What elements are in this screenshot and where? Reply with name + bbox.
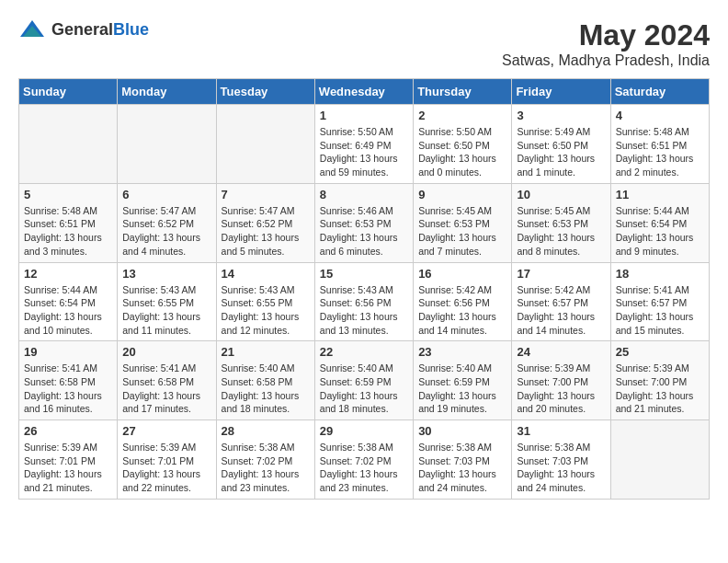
calendar-table: SundayMondayTuesdayWednesdayThursdayFrid… [18, 78, 710, 500]
day-number: 17 [517, 267, 605, 281]
calendar-cell [19, 105, 118, 184]
day-info: Sunrise: 5:42 AMSunset: 6:56 PMDaylight:… [418, 283, 506, 338]
location: Satwas, Madhya Pradesh, India [502, 52, 710, 69]
day-number: 31 [517, 424, 605, 438]
calendar-header-row: SundayMondayTuesdayWednesdayThursdayFrid… [19, 79, 710, 105]
logo-icon [18, 18, 46, 40]
day-info: Sunrise: 5:38 AMSunset: 7:03 PMDaylight:… [517, 441, 605, 495]
week-row-2: 5Sunrise: 5:48 AMSunset: 6:51 PMDaylight… [19, 183, 710, 262]
calendar-cell: 29Sunrise: 5:38 AMSunset: 7:02 PMDayligh… [314, 420, 413, 500]
day-info: Sunrise: 5:43 AMSunset: 6:55 PMDaylight:… [222, 283, 310, 338]
day-info: Sunrise: 5:38 AMSunset: 7:02 PMDaylight:… [222, 441, 310, 495]
day-number: 23 [418, 345, 506, 359]
day-number: 14 [222, 267, 310, 281]
day-info: Sunrise: 5:47 AMSunset: 6:52 PMDaylight:… [122, 204, 210, 259]
day-number: 6 [122, 188, 210, 201]
calendar-cell: 31Sunrise: 5:38 AMSunset: 7:03 PMDayligh… [512, 420, 610, 500]
column-header-saturday: Saturday [610, 79, 709, 105]
day-info: Sunrise: 5:44 AMSunset: 6:54 PMDaylight:… [616, 204, 704, 259]
day-number: 19 [24, 345, 112, 359]
day-number: 16 [418, 267, 506, 281]
day-number: 29 [320, 424, 408, 438]
calendar-cell: 22Sunrise: 5:40 AMSunset: 6:59 PMDayligh… [314, 341, 413, 420]
day-number: 25 [616, 345, 704, 359]
logo: GeneralBlue [18, 18, 149, 40]
column-header-wednesday: Wednesday [314, 79, 413, 105]
calendar-cell: 8Sunrise: 5:46 AMSunset: 6:53 PMDaylight… [314, 183, 413, 262]
day-info: Sunrise: 5:39 AMSunset: 7:00 PMDaylight:… [616, 362, 704, 416]
day-number: 8 [320, 188, 408, 201]
calendar-cell: 10Sunrise: 5:45 AMSunset: 6:53 PMDayligh… [512, 183, 610, 262]
day-info: Sunrise: 5:50 AMSunset: 6:49 PMDaylight:… [320, 125, 408, 179]
column-header-monday: Monday [118, 79, 216, 105]
day-number: 28 [222, 424, 310, 438]
calendar-cell: 4Sunrise: 5:48 AMSunset: 6:51 PMDaylight… [610, 105, 709, 184]
calendar-cell: 15Sunrise: 5:43 AMSunset: 6:56 PMDayligh… [314, 262, 413, 341]
day-info: Sunrise: 5:38 AMSunset: 7:02 PMDaylight:… [320, 441, 408, 495]
day-info: Sunrise: 5:48 AMSunset: 6:51 PMDaylight:… [24, 204, 112, 259]
logo-text: GeneralBlue [51, 20, 149, 40]
calendar-cell: 20Sunrise: 5:41 AMSunset: 6:58 PMDayligh… [118, 341, 216, 420]
calendar-cell: 13Sunrise: 5:43 AMSunset: 6:55 PMDayligh… [118, 262, 216, 341]
calendar-cell: 11Sunrise: 5:44 AMSunset: 6:54 PMDayligh… [610, 183, 709, 262]
day-number: 20 [122, 345, 210, 359]
week-row-1: 1Sunrise: 5:50 AMSunset: 6:49 PMDaylight… [19, 105, 710, 184]
day-number: 15 [320, 267, 408, 281]
logo-general: General [51, 20, 113, 39]
calendar-cell: 27Sunrise: 5:39 AMSunset: 7:01 PMDayligh… [118, 420, 216, 500]
calendar-cell: 1Sunrise: 5:50 AMSunset: 6:49 PMDaylight… [314, 105, 413, 184]
month-year: May 2024 [502, 18, 710, 52]
day-info: Sunrise: 5:43 AMSunset: 6:56 PMDaylight:… [320, 283, 408, 338]
day-info: Sunrise: 5:42 AMSunset: 6:57 PMDaylight:… [517, 283, 605, 338]
day-number: 30 [418, 424, 506, 438]
title-block: May 2024 Satwas, Madhya Pradesh, India [502, 18, 710, 69]
day-info: Sunrise: 5:44 AMSunset: 6:54 PMDaylight:… [24, 283, 112, 338]
calendar-cell: 30Sunrise: 5:38 AMSunset: 7:03 PMDayligh… [414, 420, 512, 500]
day-info: Sunrise: 5:47 AMSunset: 6:52 PMDaylight:… [222, 204, 310, 259]
calendar-cell: 23Sunrise: 5:40 AMSunset: 6:59 PMDayligh… [414, 341, 512, 420]
day-number: 11 [616, 188, 704, 201]
week-row-5: 26Sunrise: 5:39 AMSunset: 7:01 PMDayligh… [19, 420, 710, 500]
day-info: Sunrise: 5:45 AMSunset: 6:53 PMDaylight:… [418, 204, 506, 259]
day-number: 5 [24, 188, 112, 201]
day-info: Sunrise: 5:40 AMSunset: 6:59 PMDaylight:… [320, 362, 408, 416]
column-header-sunday: Sunday [19, 79, 118, 105]
calendar-cell: 21Sunrise: 5:40 AMSunset: 6:58 PMDayligh… [216, 341, 314, 420]
column-header-friday: Friday [512, 79, 610, 105]
day-number: 26 [24, 424, 112, 438]
day-info: Sunrise: 5:39 AMSunset: 7:01 PMDaylight:… [24, 441, 112, 495]
day-number: 4 [616, 109, 704, 122]
calendar-cell: 3Sunrise: 5:49 AMSunset: 6:50 PMDaylight… [512, 105, 610, 184]
calendar-cell: 16Sunrise: 5:42 AMSunset: 6:56 PMDayligh… [414, 262, 512, 341]
calendar-cell: 7Sunrise: 5:47 AMSunset: 6:52 PMDaylight… [216, 183, 314, 262]
day-number: 3 [517, 109, 605, 122]
day-info: Sunrise: 5:48 AMSunset: 6:51 PMDaylight:… [616, 125, 704, 179]
day-number: 18 [616, 267, 704, 281]
column-header-thursday: Thursday [414, 79, 512, 105]
calendar-cell [216, 105, 314, 184]
day-number: 10 [517, 188, 605, 201]
day-info: Sunrise: 5:46 AMSunset: 6:53 PMDaylight:… [320, 204, 408, 259]
day-info: Sunrise: 5:39 AMSunset: 7:00 PMDaylight:… [517, 362, 605, 416]
day-info: Sunrise: 5:45 AMSunset: 6:53 PMDaylight:… [517, 204, 605, 259]
day-info: Sunrise: 5:38 AMSunset: 7:03 PMDaylight:… [418, 441, 506, 495]
day-number: 13 [122, 267, 210, 281]
day-info: Sunrise: 5:41 AMSunset: 6:57 PMDaylight:… [616, 283, 704, 338]
calendar-cell: 5Sunrise: 5:48 AMSunset: 6:51 PMDaylight… [19, 183, 118, 262]
day-info: Sunrise: 5:41 AMSunset: 6:58 PMDaylight:… [24, 362, 112, 416]
day-number: 12 [24, 267, 112, 281]
day-number: 24 [517, 345, 605, 359]
calendar-cell [610, 420, 709, 500]
day-number: 22 [320, 345, 408, 359]
calendar-cell: 28Sunrise: 5:38 AMSunset: 7:02 PMDayligh… [216, 420, 314, 500]
day-info: Sunrise: 5:39 AMSunset: 7:01 PMDaylight:… [122, 441, 210, 495]
day-info: Sunrise: 5:40 AMSunset: 6:58 PMDaylight:… [222, 362, 310, 416]
calendar-cell: 6Sunrise: 5:47 AMSunset: 6:52 PMDaylight… [118, 183, 216, 262]
week-row-3: 12Sunrise: 5:44 AMSunset: 6:54 PMDayligh… [19, 262, 710, 341]
column-header-tuesday: Tuesday [216, 79, 314, 105]
week-row-4: 19Sunrise: 5:41 AMSunset: 6:58 PMDayligh… [19, 341, 710, 420]
day-number: 9 [418, 188, 506, 201]
day-info: Sunrise: 5:49 AMSunset: 6:50 PMDaylight:… [517, 125, 605, 179]
day-info: Sunrise: 5:43 AMSunset: 6:55 PMDaylight:… [122, 283, 210, 338]
day-info: Sunrise: 5:50 AMSunset: 6:50 PMDaylight:… [418, 125, 506, 179]
